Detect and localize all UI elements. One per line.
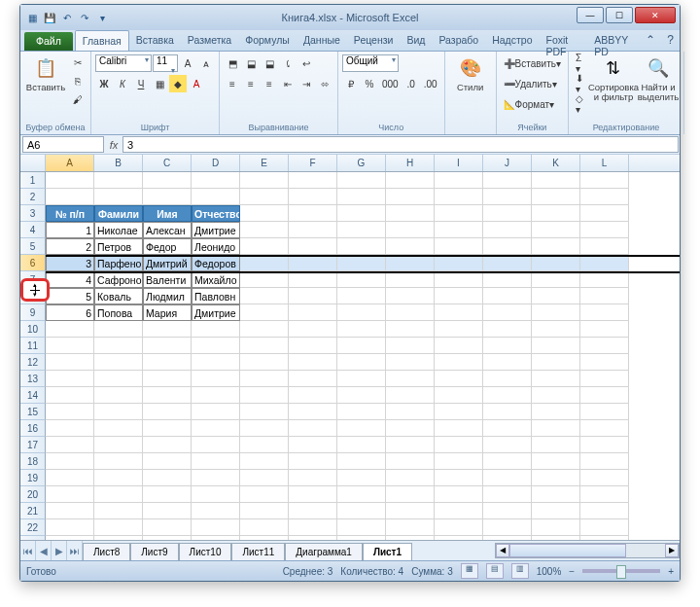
scroll-right-icon[interactable]: ▶	[665, 544, 679, 557]
insert-cells-button[interactable]: ➕ Вставить ▾	[501, 54, 564, 72]
col-I[interactable]: I	[435, 155, 483, 171]
col-G[interactable]: G	[337, 155, 386, 171]
hscrollbar[interactable]: ◀ ▶	[495, 543, 680, 558]
sheet-tab[interactable]: Лист9	[130, 543, 178, 560]
sheet-nav-last-icon[interactable]: ⏭	[67, 541, 83, 560]
styles-button[interactable]: 🎨 Стили	[449, 54, 492, 122]
cell[interactable]: Дмитрие	[192, 222, 240, 238]
undo-icon[interactable]: ↶	[59, 10, 75, 25]
row-17[interactable]: 17	[20, 437, 46, 453]
zoom-out-icon[interactable]: −	[569, 566, 575, 577]
border-icon[interactable]: ▦	[151, 75, 168, 92]
bold-icon[interactable]: Ж	[95, 75, 113, 92]
row-3[interactable]: 3	[20, 205, 46, 222]
cell[interactable]: Людмил	[143, 288, 192, 304]
tab-formulas[interactable]: Формулы	[238, 30, 297, 51]
zoom-slider[interactable]	[582, 569, 660, 573]
autosum-icon[interactable]: Σ ▾	[573, 54, 590, 72]
row-10[interactable]: 10	[20, 321, 46, 338]
cell[interactable]: Отчество	[192, 205, 240, 222]
row-18[interactable]: 18	[20, 453, 46, 470]
numfmt-combo[interactable]: Общий	[342, 54, 399, 72]
fill-icon[interactable]: ◆	[169, 75, 187, 92]
cell[interactable]: Попова	[94, 304, 143, 321]
row-9[interactable]: 9	[20, 304, 46, 321]
col-B[interactable]: B	[94, 155, 143, 171]
row-4[interactable]: 4	[20, 222, 46, 238]
tab-review[interactable]: Рецензи	[347, 30, 401, 51]
row-1[interactable]: 1	[20, 172, 46, 189]
row-19[interactable]: 19	[20, 470, 46, 486]
tab-view[interactable]: Вид	[400, 30, 432, 51]
view-layout-icon[interactable]: ▤	[486, 563, 504, 579]
cell[interactable]: Мария	[143, 304, 192, 321]
cell[interactable]: Павловн	[192, 288, 240, 304]
align-left-icon[interactable]: ≡	[224, 75, 241, 92]
cell[interactable]: 4	[46, 271, 94, 288]
cell[interactable]: Петров	[94, 238, 143, 255]
cell[interactable]: Федоров	[192, 255, 240, 271]
align-center-icon[interactable]: ≡	[242, 75, 260, 92]
tab-file[interactable]: Файл	[24, 32, 73, 51]
tab-layout[interactable]: Разметка	[181, 30, 238, 51]
cell[interactable]: Михайло	[192, 271, 240, 288]
sheet-tab[interactable]: Диаграмма1	[285, 543, 363, 560]
col-L[interactable]: L	[580, 155, 629, 171]
format-cells-button[interactable]: 📐 Формат ▾	[501, 95, 558, 113]
delete-cells-button[interactable]: ➖ Удалить ▾	[501, 75, 560, 92]
cell[interactable]: Дмитрие	[192, 304, 240, 321]
cell[interactable]: Имя	[143, 205, 192, 222]
sort-filter-button[interactable]: ⇅ Сортировка и фильтр	[592, 54, 635, 122]
wrap-icon[interactable]: ↩	[298, 54, 315, 72]
view-break-icon[interactable]: ▥	[511, 563, 529, 579]
col-D[interactable]: D	[192, 155, 240, 171]
row-21[interactable]: 21	[20, 503, 46, 519]
cell[interactable]: Парфено	[94, 255, 143, 271]
cell[interactable]: 1	[46, 222, 94, 238]
row-12[interactable]: 12	[20, 354, 46, 371]
row-2[interactable]: 2	[20, 189, 46, 205]
col-H[interactable]: H	[386, 155, 435, 171]
row-5[interactable]: 5	[20, 238, 46, 255]
align-top-icon[interactable]: ⬒	[224, 54, 241, 72]
sheet-tab[interactable]: Лист11	[231, 543, 285, 560]
cell[interactable]: Валенти	[143, 271, 192, 288]
formula-input[interactable]: 3	[122, 136, 679, 153]
row-14[interactable]: 14	[20, 387, 46, 404]
sheet-tab[interactable]: Лист10	[179, 543, 232, 560]
row-13[interactable]: 13	[20, 371, 46, 387]
orient-icon[interactable]: ⤹	[279, 54, 297, 72]
font-color-icon[interactable]: A	[188, 75, 205, 92]
italic-icon[interactable]: К	[114, 75, 131, 92]
row-11[interactable]: 11	[20, 338, 46, 354]
col-F[interactable]: F	[289, 155, 337, 171]
row-22[interactable]: 22	[20, 519, 46, 536]
scroll-thumb[interactable]	[509, 544, 626, 557]
currency-icon[interactable]: ₽	[342, 75, 360, 92]
col-A[interactable]: A	[46, 155, 94, 171]
cut-icon[interactable]: ✂	[69, 54, 87, 71]
sheet-tab-active[interactable]: Лист1	[363, 543, 412, 560]
sheet-tab[interactable]: Лист8	[83, 543, 130, 560]
dec-dec-icon[interactable]: .00	[421, 75, 440, 92]
tab-developer[interactable]: Разрабо	[432, 30, 485, 51]
col-C[interactable]: C	[143, 155, 192, 171]
cell[interactable]: Сафроно	[94, 271, 143, 288]
name-box[interactable]: A6	[22, 136, 104, 153]
tab-insert[interactable]: Вставка	[129, 30, 181, 51]
zoom-in-icon[interactable]: +	[668, 566, 674, 577]
align-right-icon[interactable]: ≡	[261, 75, 278, 92]
size-combo[interactable]: 11	[153, 54, 178, 72]
copy-icon[interactable]: ⎘	[69, 72, 87, 89]
sheet-nav-prev-icon[interactable]: ◀	[36, 541, 52, 560]
percent-icon[interactable]: %	[361, 75, 378, 92]
cell[interactable]: Фамили	[94, 205, 143, 222]
cell[interactable]: № п/п	[46, 205, 94, 222]
cell[interactable]: Алексан	[143, 222, 192, 238]
col-K[interactable]: K	[532, 155, 580, 171]
excel-icon[interactable]: ▦	[24, 10, 40, 25]
underline-icon[interactable]: Ч	[132, 75, 150, 92]
merge-icon[interactable]: ⬄	[316, 75, 333, 92]
tab-data[interactable]: Данные	[297, 30, 347, 51]
grow-font-icon[interactable]: A	[179, 54, 196, 72]
